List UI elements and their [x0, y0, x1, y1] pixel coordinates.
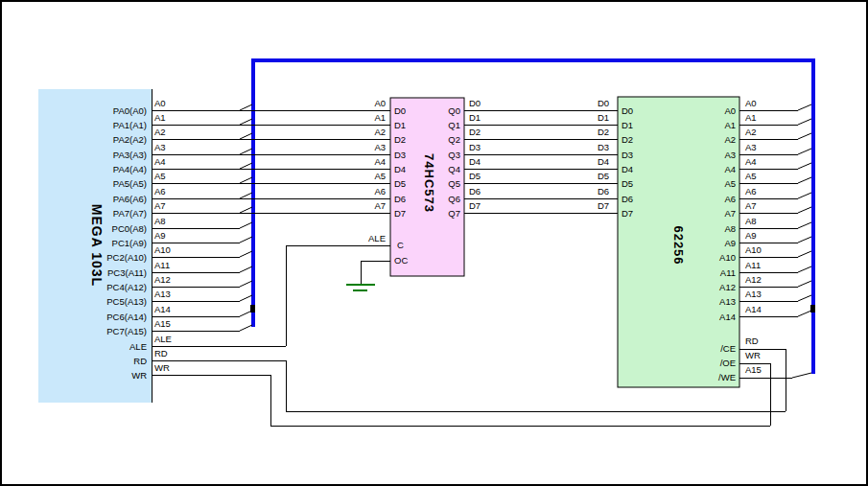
sram-addr-pin-label: A9 — [724, 238, 736, 248]
sram-addr-pin-label: A5 — [724, 178, 736, 189]
mcu-wire-label: A14 — [154, 304, 171, 314]
mcu-wire-label: A4 — [154, 156, 166, 167]
sram-wr-wire-label: WR — [745, 350, 761, 360]
sram-left-pin-label: D5 — [622, 178, 633, 189]
bus-entry-right-a0 — [798, 104, 811, 110]
latch-ale-wire-label: ALE — [368, 233, 386, 243]
mcu-wire-label: ALE — [154, 334, 172, 344]
chip-mcu-title: MEGA 103L — [89, 204, 105, 287]
mcu-wire-label: WR — [154, 362, 170, 373]
sram-wire-label: A12 — [745, 274, 762, 285]
latch-right-pin-label: Q4 — [448, 164, 460, 174]
schematic-canvas: MEGA 103L74HC57362256PA0(A0)PA1(A1)PA2(A… — [0, 0, 868, 486]
latch-left-pin-label: D7 — [394, 208, 406, 219]
sram-wire-label: A6 — [745, 186, 757, 197]
data-wire-label-right: D5 — [598, 171, 609, 181]
bus-entry-right-a5 — [798, 177, 811, 183]
mcu-pin-label: PA5(A5) — [113, 178, 147, 189]
latch-input-wire-label: A0 — [374, 98, 386, 108]
mcu-pin-label: PA4(A4) — [113, 164, 147, 174]
latch-input-wire-label: A5 — [374, 171, 386, 181]
sram-wire-label: A7 — [745, 200, 757, 211]
data-wire-label-left: D4 — [469, 156, 481, 167]
data-wire-label-right: D2 — [598, 127, 609, 137]
latch-right-pin-label: Q3 — [448, 150, 460, 160]
data-wire-label-left: D5 — [469, 171, 481, 181]
data-wire-label-left: D6 — [469, 186, 481, 197]
mcu-pin-label: PA6(A6) — [113, 194, 147, 204]
mcu-pin-label: PC2(A10) — [106, 252, 147, 263]
data-wire-label-left: D0 — [469, 98, 481, 108]
bus-entry-left-a1 — [240, 119, 252, 125]
data-wire-label-right: D6 — [598, 186, 609, 197]
sram-a15-wire-label: A15 — [745, 364, 762, 375]
bus-entry-left-a6 — [240, 193, 252, 198]
mcu-wire-label: A13 — [154, 289, 171, 299]
sram-wire-label: A8 — [745, 216, 757, 226]
mcu-wire-label: A3 — [154, 142, 166, 152]
sram-addr-pin-label: A14 — [719, 312, 736, 322]
latch-left-pin-label: D3 — [394, 150, 406, 160]
mcu-pin-label: PA1(A1) — [113, 120, 147, 130]
sram-wire-label: A3 — [745, 142, 757, 152]
mcu-wire-label: A9 — [154, 230, 166, 241]
mcu-wire-label: A10 — [154, 244, 171, 255]
mcu-wire-label: A12 — [154, 274, 171, 285]
mcu-pin-label: RD — [133, 356, 147, 366]
data-wire-label-right: D4 — [598, 156, 609, 167]
sram-wire-label: A0 — [745, 98, 757, 108]
bus-entry-right-a9 — [798, 237, 811, 243]
bus-entry-left-a3 — [240, 149, 252, 154]
mcu-wire-label: A0 — [154, 98, 166, 108]
sram-rd-wire-label: RD — [745, 336, 759, 346]
sram-addr-pin-label: A10 — [719, 252, 736, 263]
latch-right-pin-label: Q7 — [448, 208, 460, 219]
sram-wire-label: A11 — [745, 260, 761, 270]
bus-entry-right-a1 — [798, 119, 811, 125]
bus-entry-right-a8 — [798, 222, 811, 228]
mcu-pin-label: PC7(A15) — [106, 326, 147, 336]
sram-wire-label: A14 — [745, 304, 762, 314]
data-wire-label-right: D1 — [598, 112, 609, 123]
mcu-wire-label: A2 — [154, 127, 166, 137]
sram-left-pin-label: D1 — [622, 120, 633, 130]
latch-input-wire-label: A2 — [374, 127, 386, 137]
mcu-pin-label: PC4(A12) — [106, 282, 147, 292]
chip-sram-title: 62256 — [671, 225, 686, 265]
sram-addr-pin-label: A13 — [719, 296, 736, 307]
bus-entry-left-a4 — [240, 163, 252, 169]
mcu-pin-label: ALE — [129, 341, 147, 352]
sram-we-pin-label: /WE — [718, 372, 736, 382]
sram-wire-label: A10 — [745, 244, 762, 255]
latch-left-pin-label: D6 — [394, 194, 406, 204]
latch-input-wire-label: A4 — [374, 156, 386, 167]
sram-left-pin-label: D4 — [622, 164, 633, 174]
data-wire-label-left: D7 — [469, 200, 481, 211]
latch-right-pin-label: Q6 — [448, 194, 460, 204]
latch-right-pin-label: Q0 — [448, 105, 460, 116]
schematic-page: MEGA 103L74HC57362256PA0(A0)PA1(A1)PA2(A… — [0, 0, 868, 486]
bus-entry-left-a10 — [240, 251, 252, 257]
sram-addr-pin-label: A0 — [724, 105, 736, 116]
sram-wire-label: A9 — [745, 230, 757, 241]
sram-addr-pin-label: A8 — [724, 223, 736, 234]
latch-right-pin-label: Q2 — [448, 134, 460, 145]
bus-junction-right — [810, 305, 815, 312]
data-wire-label-right: D0 — [598, 98, 609, 108]
mcu-pin-label: WR — [131, 370, 147, 381]
latch-left-pin-label: D1 — [394, 120, 406, 130]
mcu-pin-label: PA3(A3) — [113, 150, 147, 160]
sram-oe-pin-label: /OE — [720, 358, 736, 368]
bus-entry-right-a14 — [798, 311, 811, 316]
mcu-pin-label: PC5(A13) — [106, 296, 147, 307]
bus-entry-right-a12 — [798, 281, 811, 287]
bus-entry-left-a7 — [240, 207, 252, 213]
mcu-pin-label: PC6(A14) — [106, 312, 147, 322]
mcu-pin-label: PA7(A7) — [113, 208, 147, 219]
sram-addr-pin-label: A2 — [724, 134, 736, 145]
bus-entry-left-a15 — [240, 325, 252, 331]
sram-addr-pin-label: A4 — [724, 164, 736, 174]
latch-c-pin-label: C — [397, 240, 404, 250]
bus-entry-left-a2 — [240, 133, 252, 139]
latch-input-wire-label: A7 — [374, 200, 386, 211]
